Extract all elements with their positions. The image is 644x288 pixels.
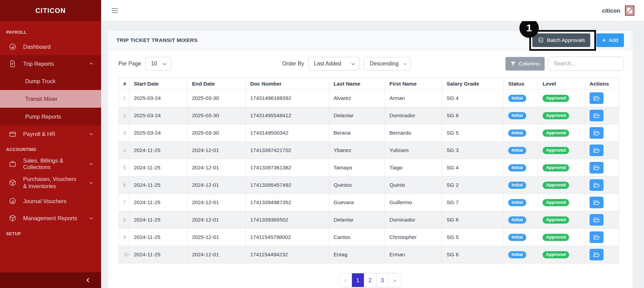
status-badge: Initial [508,130,526,137]
level-badge: Approved [543,216,569,224]
view-record-button[interactable] [590,127,603,139]
pagination-page-3[interactable]: 3 [376,273,389,287]
column-header[interactable]: Level [538,78,585,90]
trip-tickets-table: #Start DateEnd DateDoc NumberLast NameFi… [118,78,619,263]
sidebar-collapse-button[interactable] [0,272,101,288]
pagination-prev-button[interactable]: ‹ [340,273,352,287]
columns-button[interactable]: Columns [505,57,545,71]
order-by-select[interactable]: Last Added [308,57,360,71]
sidebar-item-management-reports[interactable]: Management Reports [0,210,101,227]
column-header[interactable]: Actions [585,78,619,90]
status-badge: Initial [508,216,526,224]
view-record-button[interactable] [590,110,603,121]
table-header-row: #Start DateEnd DateDoc NumberLast NameFi… [119,78,619,90]
doc-number-cell: 17411545798002 [246,229,329,246]
level-cell: Approved [538,194,585,211]
hamburger-menu-button[interactable] [111,8,118,13]
first-name-cell: Quinto [385,177,442,194]
trip-ticket-card: TRIP TICKET TRANSIT MIXERS 1 Batch Appro… [107,30,633,288]
sidebar-item-pump-reports[interactable]: Pump Reports [0,108,101,125]
status-badge: Initial [508,147,526,154]
add-button[interactable]: + Add [596,33,624,47]
view-record-button[interactable] [590,197,603,208]
last-name-cell: Delantar [329,211,385,229]
level-badge: Approved [543,95,569,102]
chevron-down-icon [403,62,407,66]
checklist-icon [537,37,544,43]
start-date-cell: 2024-11-25 [129,177,188,194]
sidebar-item-label: Purchases, Vouchers & Inventories [23,176,78,190]
column-header[interactable]: End Date [188,78,246,90]
batch-approvals-button[interactable]: Batch Approvals [532,33,590,47]
level-badge: Approved [543,234,569,241]
view-record-button[interactable] [590,145,603,156]
pagination-page-2[interactable]: 2 [364,273,376,287]
first-name-cell: Bernardo [385,124,442,142]
column-header[interactable]: Salary Grade [442,78,504,90]
status-cell: Initial [504,142,538,159]
pagination-page-1[interactable]: 1 [352,273,364,287]
view-record-button[interactable] [590,231,603,243]
doc-number-cell: 1741339365502 [246,211,329,229]
level-badge: Approved [543,251,569,258]
card-header: TRIP TICKET TRANSIT MIXERS 1 Batch Appro… [108,31,633,50]
start-date-cell: 2024-11-25 [129,229,188,246]
table-body: 1 2025-03-24 2025-03-30 17431496188392 A… [119,90,619,263]
last-name-cell: Cantos [329,229,385,246]
view-record-button[interactable] [590,214,603,226]
column-header[interactable]: # [119,78,129,90]
first-name-cell: Dominador [385,107,442,124]
sidebar-item-sales-billings-collections[interactable]: Sales, Billings & Collections [0,155,101,172]
open-folder-icon [593,199,600,206]
sidebar-item-dump-truck[interactable]: Dump Truck [0,72,101,90]
per-page-select[interactable]: 10 [145,57,171,71]
view-record-button[interactable] [590,162,603,173]
start-date-cell: 2024-11-25 [129,159,188,177]
sidebar-item-label: Management Reports [23,215,77,222]
sidebar-item-label: Trip Reports [23,61,54,67]
annotation-number: 1 [526,22,532,34]
open-folder-icon [593,95,600,102]
sidebar-item-transit-mixer[interactable]: Transit Mixer [0,90,101,108]
column-header[interactable]: Status [504,78,538,90]
doc-number-cell: 1743149500342 [246,124,329,142]
view-record-button[interactable] [590,92,603,104]
sidebar-item-label: Transit Mixer [25,96,58,102]
sidebar-item-purchases-vouchers-inventories[interactable]: Purchases, Vouchers & Inventories [0,172,101,193]
column-header[interactable]: Doc Number [246,78,329,90]
chevron-up-icon [89,61,94,66]
level-cell: Approved [538,246,585,263]
sidebar-item-label: Sales, Billings & Collections [23,157,82,170]
pagination-next-button[interactable]: › [389,273,401,287]
doc-number-cell: 1741154494232 [246,246,329,263]
column-header[interactable]: First Name [385,78,442,90]
section-label-accounting: ACCOUNTING [0,142,101,155]
sidebar-item-payroll-hr[interactable]: Payroll & HR [0,125,101,142]
table-row: 9 2024-11-25 2025-12-01 17411545798002 C… [119,229,619,246]
sidebar-item-label: Payroll & HR [23,131,55,137]
search-input[interactable] [548,57,624,71]
end-date-cell: 2025-03-30 [188,124,246,142]
add-label: Add [609,37,618,43]
column-header[interactable]: Start Date [129,78,188,90]
status-cell: Initial [504,246,538,263]
column-header[interactable]: Last Name [329,78,385,90]
status-badge: Initial [508,251,526,258]
level-cell: Approved [538,159,585,177]
start-date-cell: 2025-03-24 [129,124,188,142]
sidebar-item-trip-reports[interactable]: Trip Reports [0,55,101,72]
speedometer-icon [9,43,16,50]
level-cell: Approved [538,107,585,124]
view-record-button[interactable] [590,249,603,260]
sort-direction-select[interactable]: Descending [364,57,411,71]
per-page-group: Per Page 10 [118,57,282,71]
row-number-cell: 8 [119,211,129,229]
doc-number-cell: 17413394987352 [246,194,329,211]
view-record-button[interactable] [590,179,603,191]
sidebar-item-dashboard[interactable]: Dashboard [0,38,101,55]
open-folder-icon [593,147,600,154]
sidebar-item-journal-vouchers[interactable]: Journal Vouchers [0,193,101,210]
user-menu[interactable]: citicon [602,5,634,16]
start-date-cell: 2024-11-25 [129,194,188,211]
columns-label: Columns [519,61,540,67]
